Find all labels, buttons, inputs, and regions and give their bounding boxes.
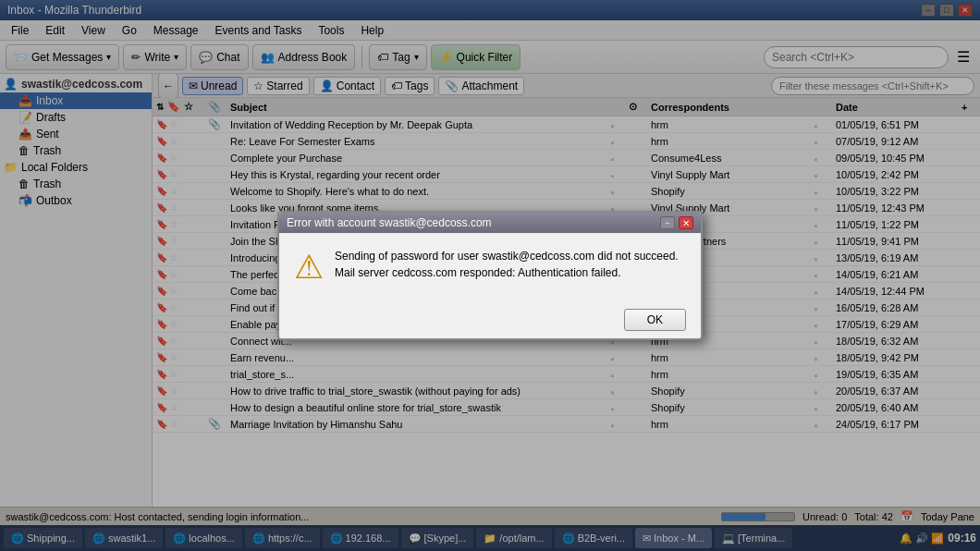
dialog-minimize-button[interactable]: −: [660, 216, 675, 229]
error-dialog: Error with account swastik@cedcoss.com −…: [277, 211, 703, 340]
dialog-warning-icon: ⚠: [294, 248, 324, 287]
dialog-content: ⚠ Sending of password for user swastik@c…: [279, 233, 701, 301]
dialog-titlebar: Error with account swastik@cedcoss.com −…: [279, 213, 701, 233]
dialog-close-button[interactable]: ✕: [679, 216, 693, 229]
dialog-footer: OK: [279, 301, 701, 338]
dialog-message: Sending of password for user swastik@ced…: [335, 248, 686, 281]
dialog-overlay: Error with account swastik@cedcoss.com −…: [0, 0, 980, 551]
dialog-title: Error with account swastik@cedcoss.com: [287, 216, 492, 229]
dialog-ok-button[interactable]: OK: [624, 309, 686, 331]
